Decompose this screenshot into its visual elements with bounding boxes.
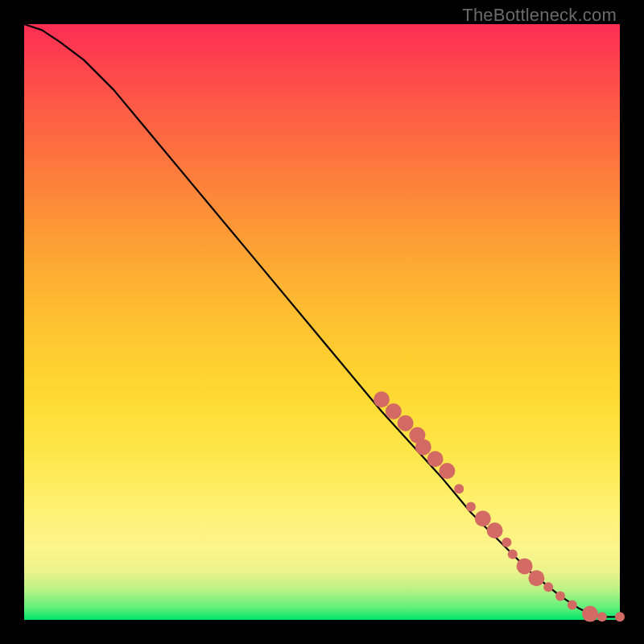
marker-dot xyxy=(386,403,402,419)
marker-dot xyxy=(415,439,431,455)
marker-dot xyxy=(374,391,390,407)
marker-dot xyxy=(427,451,444,467)
marker-dot xyxy=(543,582,553,592)
marker-dot xyxy=(528,570,544,586)
watermark-text: TheBottleneck.com xyxy=(462,5,617,26)
marker-dot xyxy=(508,550,518,559)
marker-group xyxy=(374,391,625,621)
marker-dot xyxy=(582,606,598,622)
marker-dot xyxy=(439,463,455,479)
marker-dot xyxy=(475,510,491,526)
chart-frame: TheBottleneck.com xyxy=(0,0,644,644)
plot-area xyxy=(24,24,620,620)
chart-svg xyxy=(24,24,620,620)
curve-line xyxy=(24,24,620,617)
marker-dot xyxy=(555,591,565,601)
marker-dot xyxy=(568,601,577,610)
marker-dot xyxy=(615,612,625,621)
marker-dot xyxy=(597,612,607,621)
marker-dot xyxy=(466,502,476,511)
marker-dot xyxy=(517,558,533,574)
marker-dot xyxy=(398,415,414,431)
marker-dot xyxy=(454,484,464,493)
marker-dot xyxy=(487,522,503,539)
marker-dot xyxy=(502,538,511,547)
